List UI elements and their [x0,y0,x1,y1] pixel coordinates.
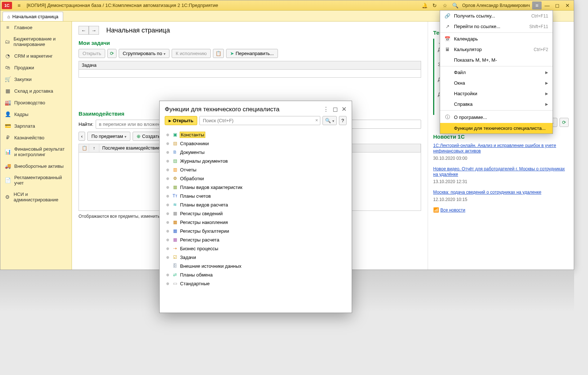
tree-node[interactable]: ⊕▤Журналы документов [165,156,347,165]
change-filter-link[interactable]: изменить [141,214,160,219]
menu-item[interactable]: Функции для технического специалиста... [440,123,553,134]
sidebar-item[interactable]: 🗂Бюджетирование и планирование [0,33,72,50]
tree-node[interactable]: ⊕▥Отчеты [165,165,347,174]
expand-icon[interactable]: ⊕ [165,255,170,259]
dialog-open-button[interactable]: ▸ Открыть [165,116,197,125]
menu-item[interactable]: ⓘО программе... [440,111,553,123]
tree-node[interactable]: ⊕⇢Бизнес процессы [165,244,347,253]
expand-icon[interactable]: ⊕ [165,185,170,189]
tree-node-icon: Тт [172,193,178,199]
forward-button[interactable]: ➤ Перенаправить... [226,49,278,58]
sidebar-item[interactable]: ◔CRM и маркетинг [0,50,72,62]
by-subject-button[interactable]: По предметам [87,132,130,141]
menu-item[interactable]: Показать M, M+, M- [440,55,553,65]
menu-item[interactable]: 📅Календарь [440,34,553,44]
expand-icon[interactable]: ⊕ [165,159,170,163]
sidebar-item[interactable]: 🚚Внеоборотные активы [0,160,72,172]
sidebar-item[interactable]: ₽Казначейство [0,132,72,143]
menu-item[interactable]: 🔗Получить ссылку...Ctrl+F11 [440,11,553,21]
star-icon[interactable]: ☆ [440,1,450,9]
sidebar-item[interactable]: 💳Зарплата [0,120,72,132]
take-task-button[interactable]: 📋 [213,49,224,58]
clear-search-icon[interactable]: × [315,117,318,123]
tree-node[interactable]: ⊕▦Регистры сведений [165,209,347,218]
sidebar-item[interactable]: 🏭Производство [0,97,72,108]
tree-node[interactable]: ⊕⇄Планы обмена [165,270,347,279]
expand-icon[interactable]: ⊕ [165,177,170,181]
history-icon[interactable]: ↻ [430,1,439,9]
sidebar-item[interactable]: 📊Финансовый результат и контроллинг [0,143,72,160]
tree-node[interactable]: ⊕≋Планы видов расчета [165,200,347,209]
menu-item[interactable]: ↗Перейти по ссылке...Shift+F11 [440,21,553,32]
tree-node[interactable]: ⊕▣Константы [165,130,347,139]
refresh-right-button[interactable]: ⟳ [560,118,569,127]
dialog-tree[interactable]: ⊕▣Константы⊕▤Справочники⊕🗎Документы⊕▤Жур… [160,129,352,313]
sidebar-item[interactable]: 🛒Закупки [0,73,72,85]
group-by-button[interactable]: Сгруппировать по [119,49,169,58]
interactions-back-button[interactable]: ‹ [79,132,85,141]
dialog-close-icon[interactable]: ✕ [341,105,347,113]
dialog-maximize-icon[interactable]: ◻ [333,105,338,113]
tree-node[interactable]: ⊕▦Планы видов характеристик [165,183,347,192]
search-icon[interactable]: 🔍 [450,1,460,9]
sidebar-item[interactable]: 📄Регламентированный учет [0,172,72,189]
expand-icon[interactable]: ⊕ [165,212,170,216]
close-icon[interactable]: ✕ [563,1,572,9]
tree-node[interactable]: ⊕▦Регистры бухгалтерии [165,227,347,235]
tree-node[interactable]: ⊕🗄Внешние источники данных [165,262,347,270]
user-name[interactable]: Орлов Александр Владимирович [460,3,532,8]
all-news-link[interactable]: Все новости [440,208,465,213]
col-sort[interactable]: ↑ [89,144,99,152]
tree-node[interactable]: ⊕ТтПланы счетов [165,192,347,200]
news-link[interactable]: Новое видео. Отчёт для работодателей г. … [433,166,565,177]
sidebar-item[interactable]: 🛍Продажи [0,62,72,73]
expand-icon[interactable]: ⊕ [165,247,170,251]
nav-back-button[interactable]: ← [79,26,89,35]
dialog-search-input[interactable] [199,116,320,125]
dialog-help-button[interactable]: ? [339,116,347,125]
tasks-grid-body[interactable] [79,70,421,78]
menu-item[interactable]: Окна▶ [440,78,553,88]
menu-item[interactable]: 🖩КалькуляторCtrl+F2 [440,44,553,55]
menu-item[interactable]: Файл▶ [440,67,553,78]
expand-icon[interactable]: ⊕ [165,194,170,198]
tree-node[interactable]: ⊕☑Задачи [165,253,347,262]
tree-node[interactable]: ⊕▤Справочники [165,139,347,148]
dialog-more-icon[interactable]: ⋮ [323,105,329,113]
menu-item[interactable]: Настройки▶ [440,88,553,99]
refresh-tasks-button[interactable]: ⟳ [107,49,117,58]
expand-icon[interactable]: ⊕ [165,168,170,172]
tree-node[interactable]: ⊕▦Регистры накопления [165,218,347,227]
minimize-icon[interactable]: — [542,1,552,9]
expand-icon[interactable]: ⊕ [165,282,170,286]
tree-node[interactable]: ⊕⚙Обработки [165,174,347,183]
dialog-search-menu-button[interactable]: 🔍 [322,116,337,125]
open-task-button[interactable]: Открыть [79,49,105,58]
news-link[interactable]: Москва: подача сведений о сотрудниках на… [433,190,541,195]
nav-forward-button[interactable]: → [89,26,99,35]
tab-home[interactable]: ⌂ Начальная страница [3,12,63,21]
expand-icon[interactable]: ⊕ [165,203,170,207]
due-button[interactable]: К исполнению [172,49,211,58]
sidebar-item[interactable]: ≡Главное [0,22,72,33]
expand-icon[interactable]: ⊕ [165,150,170,154]
expand-icon[interactable]: ⊕ [165,273,170,277]
maximize-icon[interactable]: ◻ [553,1,562,9]
menu-item[interactable]: Справка▶ [440,99,553,109]
burger-icon[interactable]: ≡ [14,3,24,8]
expand-icon[interactable]: ⊕ [165,220,170,224]
news-link[interactable]: 1С:Лекторий-онлайн. Анализ и исправление… [433,143,556,154]
tree-node[interactable]: ⊕🗎Документы [165,148,347,156]
expand-icon[interactable]: ⊕ [165,238,170,242]
sidebar-label: Казначейство [14,135,44,140]
main-menu-button[interactable]: ≡ [532,1,542,9]
tree-node[interactable]: ⊕▦Регистры расчета [165,235,347,244]
expand-icon[interactable]: ⊕ [165,142,170,146]
sidebar-item[interactable]: ⚙НСИ и администрирование [0,189,72,205]
tree-node[interactable]: ⊕▭Стандартные [165,279,347,288]
expand-icon[interactable]: ⊕ [165,133,170,137]
sidebar-item[interactable]: 👤Кадры [0,108,72,120]
bell-icon[interactable]: 🔔 [420,1,429,9]
expand-icon[interactable]: ⊕ [165,229,170,233]
sidebar-item[interactable]: ▦Склад и доставка [0,85,72,97]
